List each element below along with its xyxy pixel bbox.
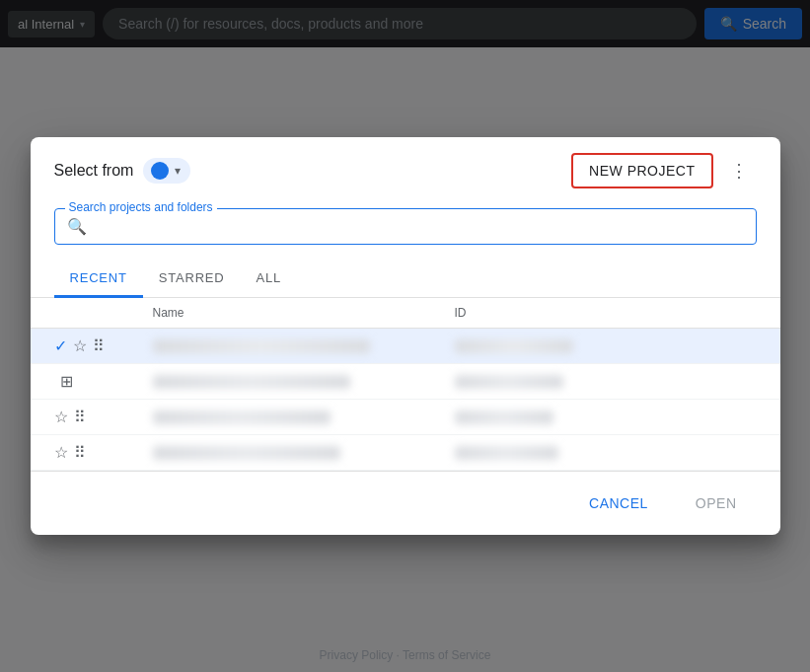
star-icon: ☆ (54, 443, 68, 462)
modal-header: Select from ▾ NEW PROJECT ⋮ (31, 137, 780, 200)
col-name (153, 446, 455, 460)
app-grid-icon: ⠿ (74, 443, 86, 462)
select-from-label: Select from (54, 162, 134, 180)
header-actions: NEW PROJECT ⋮ (571, 153, 756, 188)
row-icons: ☆ ⠿ (54, 443, 153, 462)
star-icon: ☆ (54, 408, 68, 426)
col-name-header: Name (153, 306, 455, 320)
project-tabs: RECENT STARRED ALL (31, 261, 780, 298)
tab-starred[interactable]: STARRED (143, 261, 241, 298)
select-from-section: Select from ▾ (54, 158, 191, 184)
col-id (455, 446, 757, 460)
cancel-button[interactable]: CANCEL (569, 487, 668, 519)
check-icon: ✓ (54, 336, 67, 355)
modal-footer: CANCEL OPEN (31, 471, 780, 535)
privacy-policy-link[interactable]: Privacy Policy (320, 648, 394, 662)
col-icons (54, 306, 153, 320)
table-row[interactable]: ☆ ⠿ (31, 435, 780, 471)
new-project-button[interactable]: NEW PROJECT (571, 153, 712, 188)
more-options-button[interactable]: ⋮ (721, 153, 757, 188)
open-button[interactable]: OPEN (676, 487, 757, 519)
search-field-label: Search projects and folders (65, 200, 217, 214)
terms-of-service-link[interactable]: Terms of Service (403, 648, 490, 662)
row-icons: ☆ ⠿ (54, 408, 153, 426)
more-icon: ⋮ (730, 160, 748, 182)
col-id (455, 339, 757, 353)
org-icon (151, 162, 169, 180)
app-grid-icon: ⠿ (93, 336, 105, 355)
row-icons: ⊞ (54, 372, 153, 391)
col-name (153, 411, 455, 424)
projects-table: Name ID ✓ ☆ ⠿ (31, 298, 780, 471)
org-badge[interactable]: ▾ (143, 158, 190, 184)
modal-overlay: Select from ▾ NEW PROJECT ⋮ Search proje… (0, 0, 810, 672)
col-id-header: ID (455, 306, 757, 320)
app-grid-icon: ⠿ (74, 408, 86, 426)
table-row[interactable]: ⊞ (31, 364, 780, 400)
search-input[interactable] (95, 219, 744, 235)
project-search-section: Search projects and folders 🔍 (31, 200, 780, 245)
project-select-modal: Select from ▾ NEW PROJECT ⋮ Search proje… (31, 137, 780, 535)
page-footer: Privacy Policy · Terms of Service (0, 638, 810, 672)
col-name (153, 375, 455, 389)
table-row[interactable]: ✓ ☆ ⠿ (31, 329, 780, 364)
col-id (455, 411, 757, 424)
tab-recent[interactable]: RECENT (54, 261, 143, 298)
grid-icon: ⊞ (60, 372, 73, 391)
search-field-icon: 🔍 (67, 217, 87, 236)
col-id (455, 375, 757, 389)
project-search-field[interactable]: Search projects and folders 🔍 (54, 208, 757, 245)
row-icons: ✓ ☆ ⠿ (54, 336, 153, 355)
star-icon: ☆ (73, 336, 87, 355)
table-row[interactable]: ☆ ⠿ (31, 400, 780, 435)
chevron-down-icon: ▾ (175, 164, 181, 178)
col-name (153, 339, 455, 353)
tab-all[interactable]: ALL (241, 261, 298, 298)
footer-separator: · (397, 648, 400, 662)
table-header: Name ID (31, 298, 780, 329)
